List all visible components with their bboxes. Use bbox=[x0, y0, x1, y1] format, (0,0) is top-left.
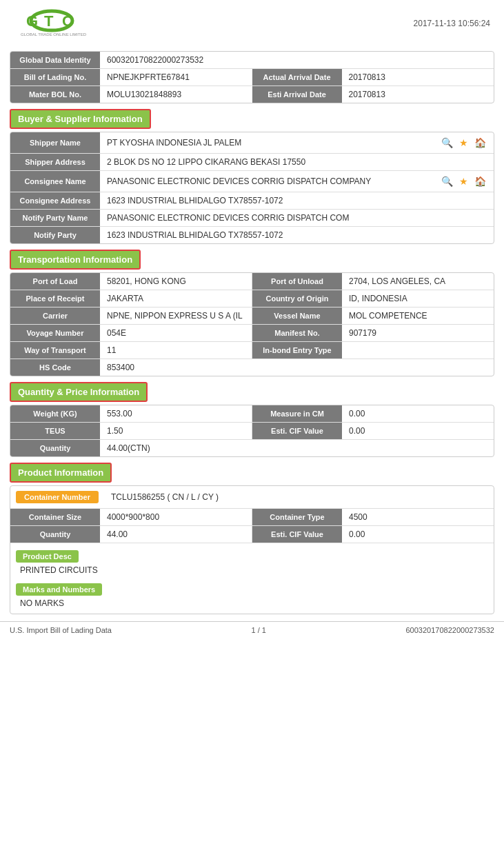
bol-label: Bill of Lading No. bbox=[10, 69, 100, 85]
way-of-transport-cell: Way of Transport 11 bbox=[10, 342, 252, 359]
quantity-value: 44.00(CTN) bbox=[100, 440, 494, 456]
product-header: Product Information bbox=[10, 463, 112, 483]
hs-code-label: HS Code bbox=[10, 359, 100, 376]
container-number-row: Container Number TCLU1586255 ( CN / L / … bbox=[10, 486, 494, 509]
home-icon-2[interactable]: 🏠 bbox=[473, 174, 487, 188]
search-icon[interactable]: 🔍 bbox=[440, 136, 454, 150]
vessel-name-label: Vessel Name bbox=[252, 307, 342, 324]
marks-button[interactable]: Marks and Numbers bbox=[16, 583, 102, 596]
mater-bol-row: Mater BOL No. MOLU13021848893 Esti Arriv… bbox=[10, 86, 494, 103]
datetime: 2017-11-13 10:56:24 bbox=[414, 19, 490, 28]
container-size-label: Container Size bbox=[10, 509, 100, 525]
transportation-header: Transportation Information bbox=[10, 250, 141, 270]
global-data-label: Global Data Identity bbox=[10, 52, 100, 68]
container-size-value: 4000*900*800 bbox=[100, 509, 252, 525]
consignee-name-value: PANASONIC ELECTRONIC DEVICES CORRIG DISP… bbox=[100, 171, 494, 192]
svg-text:G: G bbox=[26, 12, 38, 30]
notify-party-value: 1623 INDUSTRIAL BLHIDALGO TX78557-1072 bbox=[100, 227, 494, 243]
product-quantity-label: Quantity bbox=[10, 526, 100, 543]
shipper-name-icons: 🔍 ★ 🏠 bbox=[440, 136, 487, 150]
buyer-supplier-section: Shipper Name PT KYOSHA INDONESIA JL PALE… bbox=[10, 132, 494, 244]
bol-row: Bill of Lading No. NPNEJKPFRTE67841 Actu… bbox=[10, 69, 494, 86]
teus-cif-row: TEUS 1.50 Esti. CIF Value 0.00 bbox=[10, 423, 494, 440]
teus-label: TEUS bbox=[10, 423, 100, 439]
consignee-address-label: Consignee Address bbox=[10, 192, 100, 209]
transport-inbond-row: Way of Transport 11 In-bond Entry Type bbox=[10, 342, 494, 359]
product-quantity-cell: Quantity 44.00 bbox=[10, 526, 252, 543]
in-bond-entry-cell: In-bond Entry Type bbox=[252, 342, 494, 359]
shipper-name-label: Shipper Name bbox=[10, 132, 100, 153]
manifest-no-cell: Manifest No. 907179 bbox=[252, 325, 494, 341]
svg-text:T: T bbox=[44, 12, 54, 30]
container-size-cell: Container Size 4000*900*800 bbox=[10, 509, 252, 525]
footer-right: 600320170822000273532 bbox=[406, 626, 494, 634]
footer-center: 1 / 1 bbox=[252, 626, 266, 634]
product-quantity-value: 44.00 bbox=[100, 526, 252, 543]
port-row: Port of Load 58201, HONG KONG Port of Un… bbox=[10, 273, 494, 290]
in-bond-entry-label: In-bond Entry Type bbox=[252, 342, 342, 359]
consignee-address-value: 1623 INDUSTRIAL BLHIDALGO TX78557-1072 bbox=[100, 192, 494, 209]
product-esti-cif-cell: Esti. CIF Value 0.00 bbox=[252, 526, 494, 543]
container-number-button[interactable]: Container Number bbox=[16, 491, 99, 503]
measure-value: 0.00 bbox=[342, 405, 494, 422]
search-icon-2[interactable]: 🔍 bbox=[440, 174, 454, 188]
product-desc-button[interactable]: Product Desc bbox=[16, 550, 79, 563]
consignee-address-row: Consignee Address 1623 INDUSTRIAL BLHIDA… bbox=[10, 192, 494, 210]
carrier-vessel-row: Carrier NPNE, NIPPON EXPRESS U S A (IL V… bbox=[10, 307, 494, 325]
mater-bol-value: MOLU13021848893 bbox=[100, 86, 252, 103]
port-of-load-value: 58201, HONG KONG bbox=[100, 273, 252, 290]
country-of-origin-label: Country of Origin bbox=[252, 290, 342, 307]
product-esti-cif-label: Esti. CIF Value bbox=[252, 526, 342, 543]
logo: G T C GLOBAL TRADE ONLINE LIMITED bbox=[14, 7, 90, 40]
product-label: Product Information bbox=[18, 467, 103, 478]
page: G T C GLOBAL TRADE ONLINE LIMITED 2017-1… bbox=[0, 0, 504, 868]
weight-cell: Weight (KG) 553.00 bbox=[10, 405, 252, 422]
voyage-manifest-row: Voyage Number 054E Manifest No. 907179 bbox=[10, 325, 494, 342]
global-data-row: Global Data Identity 6003201708220002735… bbox=[10, 52, 494, 69]
star-icon-2[interactable]: ★ bbox=[456, 174, 470, 188]
quantity-row: Quantity 44.00(CTN) bbox=[10, 440, 494, 456]
hs-code-row: HS Code 853400 bbox=[10, 359, 494, 376]
port-of-unload-value: 2704, LOS ANGELES, CA bbox=[342, 273, 494, 290]
esti-arrival-label: Esti Arrival Date bbox=[252, 86, 342, 103]
quantity-price-label: Quantity & Price Information bbox=[18, 387, 139, 397]
star-icon[interactable]: ★ bbox=[456, 136, 470, 150]
way-of-transport-label: Way of Transport bbox=[10, 342, 100, 359]
container-type-label: Container Type bbox=[252, 509, 342, 525]
footer-left: U.S. Import Bill of Lading Data bbox=[10, 626, 112, 634]
carrier-label: Carrier bbox=[10, 307, 100, 324]
svg-text:GLOBAL TRADE ONLINE LIMITED: GLOBAL TRADE ONLINE LIMITED bbox=[21, 32, 87, 37]
consignee-name-label: Consignee Name bbox=[10, 171, 100, 192]
hs-code-value: 853400 bbox=[100, 359, 494, 376]
esti-cif-cell: Esti. CIF Value 0.00 bbox=[252, 423, 494, 439]
product-qty-cif-row: Quantity 44.00 Esti. CIF Value 0.00 bbox=[10, 526, 494, 543]
weight-measure-row: Weight (KG) 553.00 Measure in CM 0.00 bbox=[10, 405, 494, 423]
country-of-origin-value: ID, INDONESIA bbox=[342, 290, 494, 307]
home-icon[interactable]: 🏠 bbox=[473, 136, 487, 150]
esti-cif-value: 0.00 bbox=[342, 423, 494, 439]
voyage-number-value: 054E bbox=[100, 325, 252, 341]
product-section: Container Number TCLU1586255 ( CN / L / … bbox=[10, 485, 494, 614]
product-desc-row: Product Desc bbox=[10, 543, 494, 564]
voyage-number-label: Voyage Number bbox=[10, 325, 100, 341]
shipper-name-row: Shipper Name PT KYOSHA INDONESIA JL PALE… bbox=[10, 132, 494, 154]
product-esti-cif-value: 0.00 bbox=[342, 526, 494, 543]
shipper-address-label: Shipper Address bbox=[10, 154, 100, 170]
container-type-cell: Container Type 4500 bbox=[252, 509, 494, 525]
place-of-receipt-value: JAKARTA bbox=[100, 290, 252, 307]
place-of-receipt-label: Place of Receipt bbox=[10, 290, 100, 307]
notify-party-name-row: Notify Party Name PANASONIC ELECTRONIC D… bbox=[10, 210, 494, 227]
logo-area: G T C GLOBAL TRADE ONLINE LIMITED bbox=[14, 7, 90, 40]
place-of-receipt-cell: Place of Receipt JAKARTA bbox=[10, 290, 252, 307]
quantity-label: Quantity bbox=[10, 440, 100, 456]
transportation-section: Port of Load 58201, HONG KONG Port of Un… bbox=[10, 272, 494, 376]
quantity-price-section: Weight (KG) 553.00 Measure in CM 0.00 TE… bbox=[10, 405, 494, 457]
quantity-price-header: Quantity & Price Information bbox=[10, 382, 148, 402]
svg-text:C: C bbox=[62, 12, 73, 30]
consignee-name-icons: 🔍 ★ 🏠 bbox=[440, 174, 487, 188]
vessel-name-value: MOL COMPETENCE bbox=[342, 307, 494, 324]
port-of-unload-cell: Port of Unload 2704, LOS ANGELES, CA bbox=[252, 273, 494, 290]
notify-party-label: Notify Party bbox=[10, 227, 100, 243]
top-info-box: Global Data Identity 6003201708220002735… bbox=[10, 51, 494, 103]
weight-value: 553.00 bbox=[100, 405, 252, 422]
